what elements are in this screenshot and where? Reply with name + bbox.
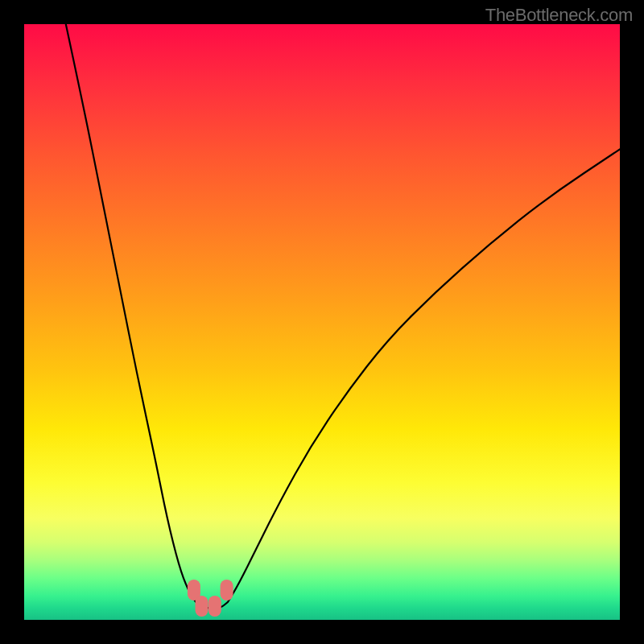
bottleneck-curve <box>66 24 620 608</box>
marker-dot <box>208 596 221 617</box>
marker-dot <box>196 596 208 617</box>
curve-path <box>66 24 620 608</box>
markers <box>188 580 233 617</box>
watermark-text: TheBottleneck.com <box>485 5 633 26</box>
marker-dot <box>221 580 233 601</box>
chart-svg <box>24 24 620 620</box>
chart-frame: TheBottleneck.com <box>0 0 644 644</box>
plot-area <box>24 24 620 620</box>
